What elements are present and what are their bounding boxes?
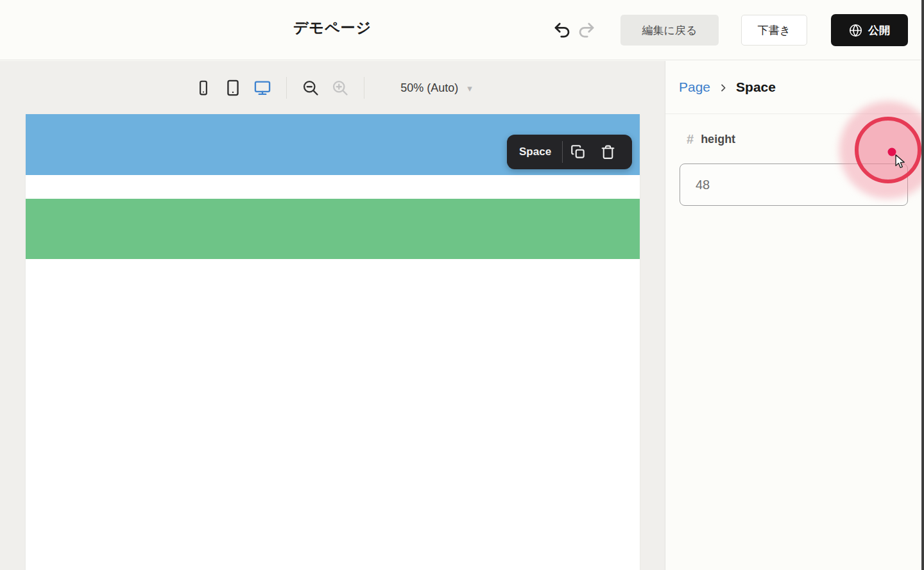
desktop-monitor-icon (253, 79, 272, 97)
zoom-level-value: 50% (Auto) (400, 81, 458, 95)
smartphone-icon (195, 79, 212, 97)
copy-icon (570, 144, 586, 160)
header-actions: 編集に戻る 下書き 公開 (550, 0, 908, 60)
selected-element-label: Space (507, 146, 562, 158)
duplicate-element-button[interactable] (563, 135, 593, 169)
breadcrumb-page-link[interactable]: Page (679, 80, 710, 95)
zoom-out-icon (302, 79, 320, 97)
preview-toolbar: 50% (Auto) ▾ (0, 61, 665, 115)
green-section-block[interactable] (26, 199, 640, 259)
toolbar-divider (364, 77, 364, 99)
toolbar-divider (286, 77, 287, 99)
hash-icon: # (687, 132, 694, 147)
undo-button[interactable] (550, 18, 574, 42)
properties-panel: Page Space # height (665, 61, 921, 570)
page-preview[interactable] (26, 114, 640, 570)
redo-button[interactable] (574, 18, 599, 42)
top-header-bar: デモページ 編集に戻る 下書き 公開 (0, 0, 924, 60)
trash-icon (600, 144, 616, 160)
globe-icon (849, 24, 862, 37)
undo-icon (552, 21, 572, 40)
height-field-label-row: # height (680, 132, 907, 147)
breadcrumb: Page Space (665, 61, 921, 114)
element-floating-toolbar: Space (507, 135, 632, 169)
publish-button[interactable]: 公開 (831, 14, 908, 46)
zoom-level-dropdown[interactable]: 50% (Auto) ▾ (397, 79, 476, 97)
editor-canvas: 50% (Auto) ▾ Space (0, 61, 665, 570)
delete-element-button[interactable] (593, 135, 623, 169)
space-element[interactable] (26, 175, 640, 199)
device-desktop-button[interactable] (248, 73, 277, 103)
height-field-block: # height (665, 114, 921, 206)
breadcrumb-chevron-icon (718, 83, 728, 93)
height-input[interactable] (680, 163, 908, 206)
zoom-in-icon (331, 79, 349, 97)
height-field-label: height (701, 133, 735, 146)
tablet-icon (224, 79, 242, 97)
breadcrumb-current-item: Space (736, 80, 776, 95)
chevron-down-icon: ▾ (467, 83, 472, 93)
draft-button[interactable]: 下書き (741, 15, 807, 46)
zoom-in-button[interactable] (325, 73, 355, 103)
publish-button-label: 公開 (868, 23, 890, 38)
device-tablet-button[interactable] (218, 73, 248, 103)
device-phone-button[interactable] (189, 73, 218, 103)
redo-icon (577, 21, 596, 40)
back-to-edit-button[interactable]: 編集に戻る (620, 15, 719, 46)
window-scrollbar[interactable] (921, 0, 924, 570)
zoom-out-button[interactable] (296, 73, 325, 103)
